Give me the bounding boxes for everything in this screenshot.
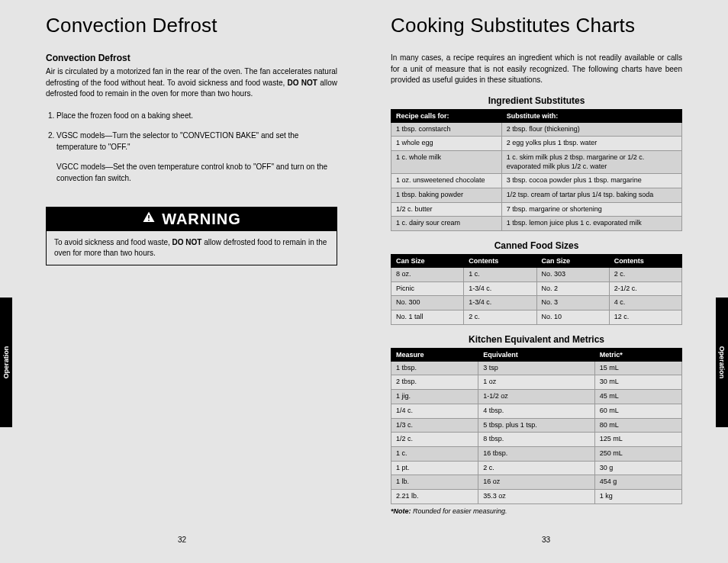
table-row: 1 oz. unsweetened chocolate3 tbsp. cocoa…: [391, 174, 682, 188]
table-cell: No. 300: [391, 296, 464, 310]
table-row: 1 pt.2 c.30 g: [391, 461, 682, 475]
table-cell: Picnic: [391, 282, 464, 296]
table-cell: 8 oz.: [391, 268, 464, 282]
table-cell: 7 tbsp. margarine or shortening: [501, 202, 681, 217]
page-title: Cooking Substitutes Charts: [391, 14, 682, 37]
step-item: VGSC models—Turn the selector to "CONVEC…: [56, 130, 337, 184]
warning-body: To avoid sickness and food waste, DO NOT…: [47, 231, 337, 265]
ingredient-substitutes-table: Recipe calls for: Substitute with: 1 tbs…: [391, 109, 682, 232]
page-left: Convection Defrost Convection Defrost Ai…: [0, 0, 364, 563]
text: To avoid sickness and food waste,: [54, 238, 172, 246]
table-cell: 250 mL: [594, 446, 681, 461]
table-cell: 15 mL: [594, 361, 681, 375]
table-cell: 1 whole egg: [391, 137, 502, 151]
canned-food-sizes-table: Can Size Contents Can Size Contents 8 oz…: [391, 254, 682, 325]
table-row: 1 c. dairy sour cream1 tbsp. lemon juice…: [391, 217, 682, 231]
page-spread: Operation Operation Convection Defrost C…: [0, 0, 728, 563]
table-row: 1 c. whole milk1 c. skim milk plus 2 tbs…: [391, 150, 682, 173]
table-row: 2.21 lb.35.3 oz1 kg: [391, 489, 682, 503]
note-text: Rounded for easier measuring.: [411, 507, 507, 515]
table-cell: 4 tbsp.: [478, 404, 594, 418]
table-cell: 1/4 c.: [391, 404, 478, 418]
table-cell: No. 2: [536, 282, 609, 296]
steps-list: Place the frozen food on a baking sheet.…: [46, 111, 337, 185]
table-cell: 35.3 oz: [478, 489, 594, 503]
table-row: 1/4 c.4 tbsp.60 mL: [391, 404, 682, 418]
table-cell: 1 tbsp.: [391, 361, 478, 375]
intro-paragraph: Air is circulated by a motorized fan in …: [46, 66, 337, 100]
page-right: Cooking Substitutes Charts In many cases…: [364, 0, 728, 563]
table-cell: 454 g: [594, 475, 681, 490]
table-cell: 1 jig.: [391, 390, 478, 404]
warning-box: WARNING To avoid sickness and food waste…: [46, 207, 337, 265]
table-cell: 125 mL: [594, 433, 681, 447]
page-number: 32: [0, 536, 364, 544]
emphasis: DO NOT: [288, 79, 317, 87]
table-cell: 1/2 c.: [391, 433, 478, 447]
table-cell: 1 tbsp. cornstarch: [391, 122, 502, 137]
table-cell: 5 tbsp. plus 1 tsp.: [478, 418, 594, 433]
page-title: Convection Defrost: [46, 14, 337, 37]
col-header: Contents: [464, 255, 536, 268]
table-row: 8 oz.1 c.No. 3032 c.: [391, 268, 682, 282]
footnote: *Note: Rounded for easier measuring.: [391, 507, 682, 515]
warning-icon: [142, 211, 156, 228]
table-cell: 2.21 lb.: [391, 489, 478, 503]
table-cell: 1/3 c.: [391, 418, 478, 433]
table-row: Picnic1-3/4 c.No. 22-1/2 c.: [391, 282, 682, 296]
table-row: No. 3001-3/4 c.No. 34 c.: [391, 296, 682, 310]
table-cell: 1 oz: [478, 375, 594, 390]
table-cell: 2 c.: [609, 268, 681, 282]
table-row: 1 c.16 tbsp.250 mL: [391, 446, 682, 461]
table-header-row: Measure Equivalent Metric*: [391, 348, 682, 361]
table-cell: 1 c. dairy sour cream: [391, 217, 502, 231]
table-cell: 2 tbsp. flour (thickening): [501, 122, 681, 137]
col-header: Equivalent: [478, 348, 594, 361]
col-header: Contents: [609, 255, 681, 268]
col-header: Can Size: [536, 255, 609, 268]
intro-paragraph: In many cases, a recipe requires an ingr…: [391, 53, 682, 86]
table-cell: 12 c.: [609, 310, 681, 325]
table-cell: 1 c. whole milk: [391, 150, 502, 173]
table-cell: 80 mL: [594, 418, 681, 433]
table-cell: 2-1/2 c.: [609, 282, 681, 296]
table-cell: 45 mL: [594, 390, 681, 404]
text: VGCC models—Set the oven temperature con…: [56, 162, 337, 184]
table-cell: 8 tbsp.: [478, 433, 594, 447]
table-cell: No. 3: [536, 296, 609, 310]
table-cell: 1 tbsp. baking powder: [391, 188, 502, 202]
table-cell: 3 tbsp. cocoa powder plus 1 tbsp. margar…: [501, 174, 681, 188]
table-row: 1/2 c. butter7 tbsp. margarine or shorte…: [391, 202, 682, 217]
warning-label: WARNING: [162, 211, 241, 228]
col-header: Measure: [391, 348, 478, 361]
table-cell: 1 tbsp. lemon juice plus 1 c. evaporated…: [501, 217, 681, 231]
table-header-row: Can Size Contents Can Size Contents: [391, 255, 682, 268]
note-label: *Note:: [391, 507, 411, 515]
col-header: Metric*: [594, 348, 681, 361]
table-cell: 2 c.: [464, 310, 536, 325]
table-cell: 2 egg yolks plus 1 tbsp. water: [501, 137, 681, 151]
kitchen-equivalent-table: Measure Equivalent Metric* 1 tbsp.3 tsp1…: [391, 348, 682, 504]
warning-header: WARNING: [47, 208, 337, 231]
table-cell: 4 c.: [609, 296, 681, 310]
table-cell: 1 c.: [391, 446, 478, 461]
chart-title: Canned Food Sizes: [391, 240, 682, 251]
table-cell: 2 tbsp.: [391, 375, 478, 390]
text: VGSC models—Turn the selector to "CONVEC…: [56, 131, 298, 151]
table-row: 1 lb.16 oz454 g: [391, 475, 682, 490]
table-row: 1 whole egg2 egg yolks plus 1 tbsp. wate…: [391, 137, 682, 151]
table-row: 1 jig.1-1/2 oz45 mL: [391, 390, 682, 404]
table-row: 1 tbsp. baking powder1/2 tsp. cream of t…: [391, 188, 682, 202]
table-row: 2 tbsp.1 oz30 mL: [391, 375, 682, 390]
col-header: Substitute with:: [501, 109, 681, 122]
table-cell: 1/2 c. butter: [391, 202, 502, 217]
table-cell: 30 g: [594, 461, 681, 475]
table-cell: 1 c. skim milk plus 2 tbsp. margarine or…: [501, 150, 681, 173]
table-cell: 1 lb.: [391, 475, 478, 490]
table-cell: No. 10: [536, 310, 609, 325]
table-cell: 1 c.: [464, 268, 536, 282]
chart-title: Kitchen Equivalent and Metrics: [391, 334, 682, 345]
chart-title: Ingredient Substitutes: [391, 95, 682, 106]
table-cell: 60 mL: [594, 404, 681, 418]
col-header: Can Size: [391, 255, 464, 268]
